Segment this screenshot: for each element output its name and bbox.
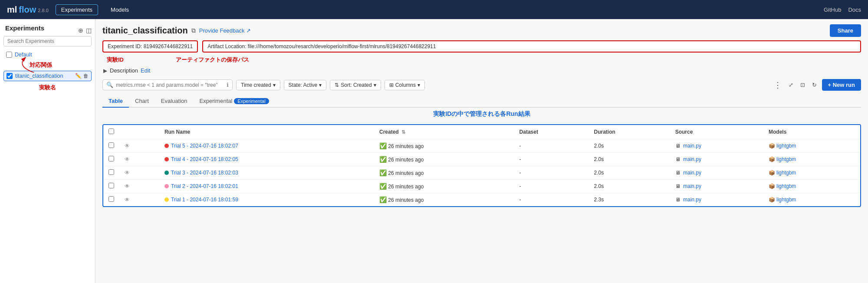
row-created-0: ✅ 26 minutes ago: [374, 139, 514, 153]
search-experiments-input[interactable]: [3, 36, 92, 46]
row-visibility-4[interactable]: 👁: [119, 193, 159, 207]
more-options-icon[interactable]: ⋮: [772, 80, 783, 90]
tab-table[interactable]: Table: [102, 95, 129, 108]
delete-icon-titanic[interactable]: 🗑: [83, 73, 89, 79]
row-model-4[interactable]: 📦 lightgbm: [763, 193, 860, 207]
collapse-sidebar-button[interactable]: ◫: [86, 27, 92, 34]
source-link-3[interactable]: main.py: [683, 183, 701, 189]
tab-experimental[interactable]: Experimental Experimental: [194, 95, 275, 108]
titanic-checkbox[interactable]: [7, 73, 13, 79]
row-created-2: ✅ 26 minutes ago: [374, 166, 514, 180]
row-source-2[interactable]: 🖥 main.py: [670, 166, 763, 180]
sidebar-item-titanic[interactable]: titanic_classification ✏️ 🗑: [3, 71, 92, 81]
columns-chevron-icon: ▾: [418, 82, 420, 88]
nav-docs[interactable]: Docs: [848, 7, 861, 13]
row-model-0[interactable]: 📦 lightgbm: [763, 139, 860, 153]
tab-evaluation[interactable]: Evaluation: [155, 95, 194, 108]
run-link-0[interactable]: Trial 5 - 2024-07-16 18:02:07: [171, 143, 238, 149]
info-icon[interactable]: ℹ: [227, 82, 229, 88]
row-duration-2: 2.0s: [589, 166, 670, 180]
default-checkbox[interactable]: [6, 52, 12, 58]
row-select-4[interactable]: [108, 196, 114, 202]
tabs-bar: Table Chart Evaluation Experimental Expe…: [102, 95, 861, 108]
row-select-1[interactable]: [108, 156, 114, 161]
header-dataset: Dataset: [514, 125, 589, 139]
columns-button[interactable]: ⊞ Columns ▾: [385, 80, 425, 90]
run-link-1[interactable]: Trial 4 - 2024-07-16 18:02:05: [171, 156, 238, 162]
state-active-button[interactable]: State: Active ▾: [284, 80, 327, 90]
refresh-icon[interactable]: ↻: [810, 82, 819, 88]
tab-chart[interactable]: Chart: [129, 95, 155, 108]
source-link-0[interactable]: main.py: [683, 143, 701, 149]
delete-icon[interactable]: 🗑: [84, 52, 89, 58]
row-run-name-1[interactable]: Trial 4 - 2024-07-16 18:02:05: [159, 153, 374, 166]
row-source-0[interactable]: 🖥 main.py: [670, 139, 763, 153]
row-visibility-1[interactable]: 👁: [119, 153, 159, 166]
row-visibility-3[interactable]: 👁: [119, 180, 159, 193]
filter-bar: 🔍 ℹ Time created ▾ State: Active ▾ ⇅ Sor…: [102, 79, 861, 91]
new-run-button[interactable]: + New run: [822, 79, 861, 91]
row-visibility-0[interactable]: 👁: [119, 139, 159, 153]
row-model-1[interactable]: 📦 lightgbm: [763, 153, 860, 166]
row-select-2[interactable]: [108, 169, 114, 175]
time-created-button[interactable]: Time created ▾: [236, 80, 280, 90]
sort-created-icon[interactable]: ⇅: [401, 129, 405, 135]
sidebar-item-default[interactable]: Default ✏️ 🗑: [3, 50, 92, 59]
status-dot-2: [164, 171, 169, 175]
add-experiment-button[interactable]: ⊕: [78, 27, 83, 34]
model-icon-2: 📦: [769, 170, 775, 176]
sidebar-item-label-default: Default: [15, 52, 73, 58]
chevron-right-icon[interactable]: ▶: [103, 68, 107, 74]
description-edit-link[interactable]: Edit: [141, 67, 150, 74]
source-link-1[interactable]: main.py: [683, 156, 701, 162]
share-button[interactable]: Share: [830, 24, 861, 37]
row-checkbox-2: [103, 166, 119, 180]
row-visibility-2[interactable]: 👁: [119, 166, 159, 180]
row-model-3[interactable]: 📦 lightgbm: [763, 180, 860, 193]
model-link-1[interactable]: 📦 lightgbm: [769, 156, 855, 162]
model-link-2[interactable]: 📦 lightgbm: [769, 170, 855, 176]
exp-title-row: titanic_classification ⧉ Provide Feedbac…: [102, 26, 251, 36]
page-layout: Experiments ⊕ ◫ Default ✏️ 🗑: [0, 19, 868, 283]
row-source-1[interactable]: 🖥 main.py: [670, 153, 763, 166]
model-link-4[interactable]: 📦 lightgbm: [769, 197, 855, 203]
table-row: 👁 Trial 1 - 2024-07-16 18:01:59 ✅ 26 min…: [103, 193, 860, 207]
row-checkbox-1: [103, 153, 119, 166]
chevron-down-icon: ▾: [273, 82, 276, 88]
header-source: Source: [670, 125, 763, 139]
table-row: 👁 Trial 4 - 2024-07-16 18:02:05 ✅ 26 min…: [103, 153, 860, 166]
model-link-0[interactable]: 📦 lightgbm: [769, 143, 855, 149]
row-model-2[interactable]: 📦 lightgbm: [763, 166, 860, 180]
model-link-3[interactable]: 📦 lightgbm: [769, 183, 855, 189]
row-select-0[interactable]: [108, 142, 114, 148]
header-checkbox-col: [103, 125, 119, 139]
edit-icon[interactable]: ✏️: [76, 52, 82, 58]
row-run-name-0[interactable]: Trial 5 - 2024-07-16 18:02:07: [159, 139, 374, 153]
row-duration-0: 2.0s: [589, 139, 670, 153]
run-annotation: 実験IDの中で管理される各Run結果: [102, 108, 861, 121]
row-select-3[interactable]: [108, 183, 114, 188]
run-link-3[interactable]: Trial 2 - 2024-07-16 18:02:01: [171, 183, 238, 189]
header-models: Models: [763, 125, 860, 139]
row-source-3[interactable]: 🖥 main.py: [670, 180, 763, 193]
row-run-name-2[interactable]: Trial 3 - 2024-07-16 18:02:03: [159, 166, 374, 180]
select-all-checkbox[interactable]: [108, 128, 114, 134]
feedback-link[interactable]: Provide Feedback ↗: [199, 27, 251, 34]
filter-input[interactable]: [116, 82, 224, 88]
nav-github[interactable]: GitHub: [824, 7, 841, 13]
expand-icon[interactable]: ⤢: [787, 82, 795, 88]
run-link-2[interactable]: Trial 3 - 2024-07-16 18:02:03: [171, 170, 238, 176]
status-dot-3: [164, 184, 169, 188]
copy-icon[interactable]: ⧉: [191, 27, 196, 34]
row-run-name-3[interactable]: Trial 2 - 2024-07-16 18:02:01: [159, 180, 374, 193]
sort-created-button[interactable]: ⇅ Sort: Created ▾: [330, 80, 381, 90]
source-link-4[interactable]: main.py: [683, 197, 701, 203]
source-link-2[interactable]: main.py: [683, 170, 701, 176]
nav-models[interactable]: Models: [105, 4, 135, 15]
row-run-name-4[interactable]: Trial 1 - 2024-07-16 18:01:59: [159, 193, 374, 207]
edit-icon-titanic[interactable]: ✏️: [75, 73, 82, 79]
nav-experiments[interactable]: Experiments: [56, 4, 98, 15]
row-source-4[interactable]: 🖥 main.py: [670, 193, 763, 207]
collapse-icon[interactable]: ⊡: [799, 82, 807, 88]
run-link-4[interactable]: Trial 1 - 2024-07-16 18:01:59: [171, 197, 238, 203]
